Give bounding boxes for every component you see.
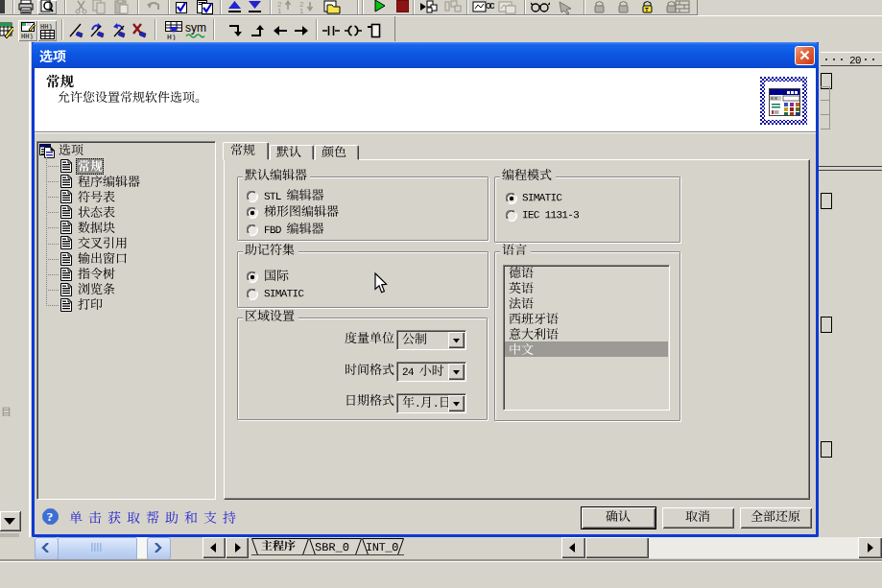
svg-text:1: 1 bbox=[299, 7, 304, 14]
svg-text:?: ? bbox=[47, 509, 54, 524]
svg-text:H): H) bbox=[167, 33, 177, 40]
svg-text:1: 1 bbox=[277, 7, 282, 14]
svg-text:T: T bbox=[645, 7, 649, 12]
svg-text:HH): HH) bbox=[21, 33, 34, 39]
svg-text:sym: sym bbox=[185, 21, 206, 35]
svg-text:HH): HH) bbox=[40, 23, 53, 31]
